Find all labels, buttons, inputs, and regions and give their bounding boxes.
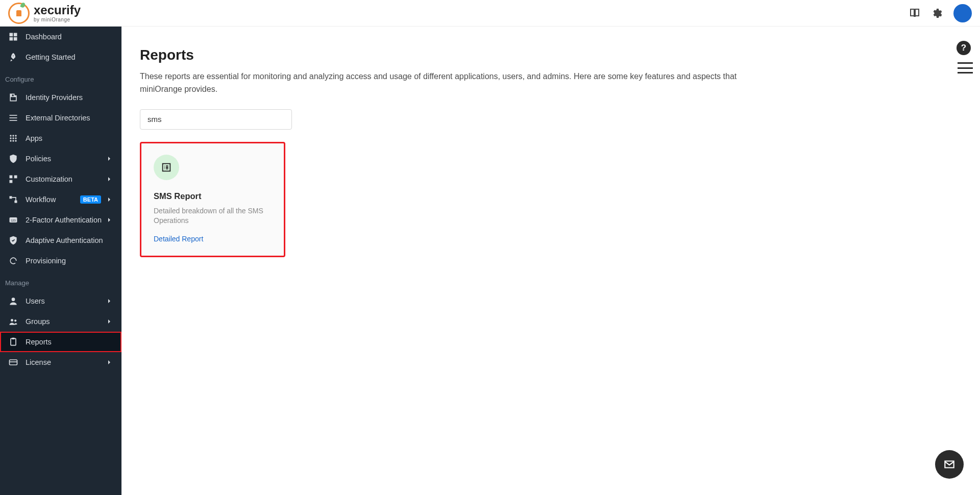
header-right <box>909 4 972 22</box>
page-title: Reports <box>140 47 962 63</box>
sidebar-item-reports[interactable]: Reports <box>0 332 121 352</box>
sidebar-item-customization[interactable]: Customization <box>0 169 121 189</box>
chevron-right-icon <box>105 317 113 326</box>
logo-icon <box>8 3 30 24</box>
chevron-right-icon <box>105 297 113 305</box>
chevron-right-icon <box>105 175 113 183</box>
mail-icon <box>943 458 956 471</box>
sidebar-item-label: Reports <box>26 338 113 346</box>
twofa-icon: 123 <box>8 215 18 225</box>
sync-icon <box>8 256 18 266</box>
sidebar-item-label: 2-Factor Authentication <box>26 216 105 224</box>
sidebar-item-label: Workflow <box>26 195 80 204</box>
sidebar-item-label: Policies <box>26 155 105 163</box>
report-card-icon <box>154 155 179 180</box>
svg-rect-0 <box>10 33 13 37</box>
report-card-link[interactable]: Detailed Report <box>154 235 203 243</box>
sidebar: Dashboard Getting Started Configure Iden… <box>0 27 121 495</box>
svg-rect-5 <box>10 117 17 118</box>
chevron-right-icon <box>105 358 113 366</box>
sidebar-item-adaptive-auth[interactable]: Adaptive Authentication <box>0 230 121 251</box>
sidebar-item-label: Groups <box>26 317 105 326</box>
sidebar-item-apps[interactable]: Apps <box>0 128 121 148</box>
idp-icon <box>8 92 18 103</box>
chat-button[interactable] <box>935 450 964 479</box>
clipboard-icon <box>8 337 18 347</box>
apps-icon <box>8 133 18 143</box>
svg-point-12 <box>15 137 16 139</box>
groups-icon <box>8 316 18 327</box>
sidebar-section-manage: Manage <box>0 271 121 291</box>
sidebar-item-external-directories[interactable]: External Directories <box>0 108 121 128</box>
svg-point-15 <box>15 140 16 141</box>
sidebar-item-license[interactable]: License <box>0 352 121 373</box>
shield-icon <box>8 154 18 164</box>
report-card-desc: Detailed breakdown of all the SMS Operat… <box>154 206 272 226</box>
page-description: These reports are essential for monitori… <box>140 70 752 96</box>
sidebar-item-label: Dashboard <box>26 33 113 41</box>
chevron-right-icon <box>105 155 113 163</box>
book-icon[interactable] <box>909 7 921 19</box>
svg-point-25 <box>14 319 16 321</box>
sidebar-item-identity-providers[interactable]: Identity Providers <box>0 87 121 108</box>
main: Reports These reports are essential for … <box>121 27 980 495</box>
sidebar-item-label: Users <box>26 297 105 305</box>
chevron-right-icon <box>105 216 113 224</box>
sidebar-item-label: Getting Started <box>26 53 113 61</box>
svg-rect-2 <box>10 37 13 41</box>
sidebar-item-policies[interactable]: Policies <box>0 148 121 169</box>
help-button[interactable]: ? <box>957 41 971 55</box>
sidebar-item-label: License <box>26 358 105 366</box>
sidebar-item-label: Identity Providers <box>26 93 113 102</box>
verified-icon <box>8 235 18 245</box>
svg-point-23 <box>12 298 15 301</box>
sidebar-item-label: Apps <box>26 134 113 142</box>
brand-name: xecurify <box>34 4 81 17</box>
sidebar-section-configure: Configure <box>0 67 121 87</box>
svg-point-8 <box>12 135 14 136</box>
svg-rect-29 <box>10 361 17 362</box>
user-icon <box>8 296 18 306</box>
sidebar-item-2fa[interactable]: 123 2-Factor Authentication <box>0 210 121 230</box>
svg-rect-26 <box>11 338 16 345</box>
report-card-sms[interactable]: SMS Report Detailed breakdown of all the… <box>140 142 285 257</box>
logo[interactable]: xecurify by miniOrange <box>8 3 81 24</box>
svg-point-14 <box>12 140 14 141</box>
sidebar-item-dashboard[interactable]: Dashboard <box>0 27 121 47</box>
customization-icon <box>8 174 18 184</box>
rocket-icon <box>8 52 18 62</box>
hamburger-icon[interactable] <box>958 62 973 73</box>
svg-point-13 <box>10 140 11 141</box>
gear-icon[interactable] <box>931 7 943 19</box>
search-input[interactable] <box>140 109 292 130</box>
sidebar-item-label: Provisioning <box>26 257 113 265</box>
svg-point-11 <box>12 137 14 139</box>
sidebar-item-label: Customization <box>26 175 105 183</box>
svg-point-9 <box>15 135 16 136</box>
license-icon <box>8 357 18 367</box>
sidebar-item-workflow[interactable]: Workflow BETA <box>0 189 121 210</box>
dashboard-icon <box>8 32 18 42</box>
svg-rect-4 <box>10 115 17 116</box>
svg-rect-17 <box>14 176 17 179</box>
svg-rect-19 <box>10 196 12 199</box>
svg-rect-18 <box>10 180 13 183</box>
sidebar-item-users[interactable]: Users <box>0 291 121 311</box>
sidebar-item-provisioning[interactable]: Provisioning <box>0 251 121 271</box>
svg-rect-27 <box>12 338 15 339</box>
beta-badge: BETA <box>80 195 101 204</box>
sidebar-item-groups[interactable]: Groups <box>0 311 121 332</box>
svg-point-10 <box>10 137 11 139</box>
sidebar-item-getting-started[interactable]: Getting Started <box>0 47 121 67</box>
list-box-icon <box>161 162 172 173</box>
brand-sub: by miniOrange <box>34 17 81 22</box>
svg-rect-3 <box>14 37 17 41</box>
svg-rect-16 <box>10 176 13 179</box>
sidebar-item-label: Adaptive Authentication <box>26 236 113 244</box>
search-row <box>140 109 962 130</box>
sidebar-item-label: External Directories <box>26 114 113 122</box>
report-card-title: SMS Report <box>154 191 272 201</box>
logo-text: xecurify by miniOrange <box>34 4 81 22</box>
list-icon <box>8 113 18 123</box>
avatar[interactable] <box>953 4 972 22</box>
